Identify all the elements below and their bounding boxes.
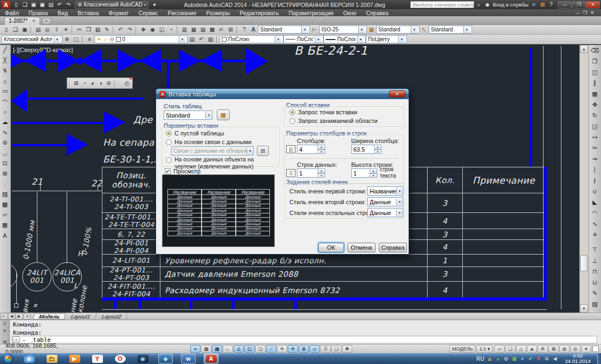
- undo-icon[interactable]: ↶: [116, 25, 125, 34]
- separator[interactable]: [72, 26, 74, 34]
- mtext-icon[interactable]: A: [0, 230, 10, 240]
- mleader-style-select[interactable]: Standard▼: [429, 25, 472, 34]
- rowheight-spinner[interactable]: 1▲▼: [351, 168, 377, 178]
- scrollbar-thumb[interactable]: [580, 255, 588, 271]
- spline-icon[interactable]: ∿: [0, 127, 10, 138]
- spin-down-icon[interactable]: ▼: [318, 150, 325, 154]
- text-style-select[interactable]: Standard▼: [258, 25, 310, 34]
- rail-close-icon[interactable]: ✕: [3, 328, 7, 334]
- zoom-previous-icon[interactable]: ◔: [166, 25, 176, 34]
- qat-undo-icon[interactable]: ↶: [55, 1, 64, 9]
- workspace-save-icon[interactable]: ▢: [72, 35, 81, 44]
- taskbar-ie-icon[interactable]: e: [22, 354, 36, 363]
- language-indicator[interactable]: RU: [476, 356, 484, 362]
- qat-open-icon[interactable]: ❏: [21, 1, 29, 9]
- circle-disabled-icon[interactable]: ⊘: [105, 79, 113, 88]
- array-icon[interactable]: ▦: [589, 88, 600, 99]
- dynamic-ucs-toggle[interactable]: ✛: [277, 345, 287, 353]
- layer-previous-icon[interactable]: ↶: [197, 35, 206, 44]
- infer-constraints-toggle[interactable]: ⌖: [190, 345, 201, 353]
- taskbar-word-icon[interactable]: w: [181, 354, 196, 363]
- selection-cycling-toggle[interactable]: ❏: [331, 345, 341, 353]
- radio-icon[interactable]: [166, 131, 172, 136]
- annotation-monitor-toggle[interactable]: ✚: [342, 345, 352, 353]
- workspace-switcher[interactable]: ✲ Классический AutoCAD ▾: [75, 1, 148, 9]
- tray-globe-icon[interactable]: ●: [519, 355, 526, 362]
- spin-up-icon[interactable]: ▲: [318, 168, 325, 173]
- doc-minimize-icon[interactable]: —: [576, 10, 580, 15]
- ellipse-icon[interactable]: ⊜: [0, 138, 10, 148]
- plot-style-select[interactable]: ПоЦвету▼: [366, 35, 407, 43]
- new-tab-button[interactable]: +: [42, 18, 51, 24]
- layer-states-icon[interactable]: ▧: [206, 35, 215, 44]
- tray-network-icon[interactable]: ⧉: [543, 355, 550, 362]
- sheet-set-manager-icon[interactable]: ▩: [208, 25, 217, 34]
- zoom-realtime-icon[interactable]: ◉: [148, 25, 157, 34]
- вид[interactable]: Вид: [53, 9, 73, 16]
- properties-icon[interactable]: ▥: [180, 25, 189, 34]
- point-icon[interactable]: ∙: [0, 179, 10, 189]
- markup-icon[interactable]: ✍: [217, 25, 226, 34]
- rail-grip-icon[interactable]: ⠿: [3, 321, 7, 327]
- columns-spinner[interactable]: 4▲▼: [297, 145, 325, 154]
- status-menu-arrow-icon[interactable]: ▾: [581, 345, 591, 353]
- paste-icon[interactable]: ▧: [93, 25, 102, 34]
- colwidth-spinner[interactable]: 63.5▲▼: [351, 145, 382, 154]
- qat-save-icon[interactable]: ▣: [29, 1, 38, 9]
- pan-icon[interactable]: ✥: [139, 25, 148, 34]
- join-icon[interactable]: ∪: [589, 186, 600, 197]
- annotation-scale-button[interactable]: 1:1 ▾: [476, 345, 493, 353]
- preview-checkbox[interactable]: ✔Просмотр: [165, 168, 201, 174]
- quick-view-layouts-icon[interactable]: ▱: [494, 345, 505, 353]
- option-insert-area[interactable]: Запрос занимаемой области: [289, 118, 378, 124]
- формат[interactable]: Формат: [104, 9, 133, 16]
- gradient-icon[interactable]: ▩: [0, 199, 10, 210]
- spin-up-icon[interactable]: ▲: [370, 168, 377, 173]
- dynamic-input-toggle[interactable]: ✛: [288, 345, 298, 353]
- quickcalc-icon[interactable]: ⊞: [226, 25, 235, 34]
- copy-icon[interactable]: ❐: [84, 25, 93, 34]
- taskbar-media-icon[interactable]: ▶: [67, 354, 82, 363]
- справка[interactable]: Справка: [361, 9, 393, 16]
- taskbar-clock[interactable]: 0:0224.01.2014: [560, 353, 595, 364]
- first-row-style-select[interactable]: Название▼: [367, 186, 403, 196]
- annotation-autoscale-icon[interactable]: ▲: [527, 345, 537, 353]
- show-desktop-button[interactable]: [597, 353, 601, 364]
- file-tab[interactable]: 1-2007*✕: [4, 17, 40, 25]
- match-properties-icon[interactable]: ✎: [102, 25, 112, 34]
- radio-icon[interactable]: [289, 109, 295, 115]
- separator[interactable]: [114, 80, 122, 87]
- файл[interactable]: Файл: [0, 9, 24, 16]
- doc-close-icon[interactable]: ✕: [590, 10, 594, 15]
- region-icon[interactable]: ▱: [0, 210, 10, 220]
- isolate-objects-icon[interactable]: ◎: [570, 345, 580, 353]
- layout2[interactable]: Layout2: [96, 313, 127, 320]
- grid-display-toggle[interactable]: ▩: [212, 345, 222, 353]
- option-data-link[interactable]: На основе связи с данными: [166, 139, 251, 145]
- separator[interactable]: [236, 26, 238, 34]
- blend-icon[interactable]: ∿: [589, 218, 600, 229]
- close-button[interactable]: ✕: [586, 1, 600, 9]
- break-icon[interactable]: ∤: [589, 175, 600, 186]
- qat-new-icon[interactable]: ▯: [12, 1, 21, 9]
- taskbar-app-icon[interactable]: ◈: [158, 354, 173, 363]
- layer-properties-icon[interactable]: ≡: [85, 35, 94, 44]
- help-button[interactable]: Справка: [379, 243, 407, 252]
- send-to-back-icon[interactable]: ⊥: [589, 255, 600, 266]
- send-under-icon[interactable]: ⊔: [589, 277, 600, 288]
- start-button[interactable]: [3, 354, 14, 364]
- tray-colors-icon[interactable]: ▦: [510, 355, 518, 362]
- окно[interactable]: Окно: [338, 9, 361, 16]
- сервис[interactable]: Сервис: [134, 9, 163, 16]
- save-icon[interactable]: ▣: [20, 25, 29, 34]
- spin-down-icon[interactable]: ▼: [370, 173, 377, 178]
- other-rows-style-select[interactable]: Данные▼: [367, 208, 403, 217]
- break-at-point-icon[interactable]: ∣: [589, 164, 600, 175]
- taskbar-camera-icon[interactable]: ◉: [135, 354, 150, 363]
- dim-style-select[interactable]: ISO-25▼: [319, 25, 367, 34]
- правка[interactable]: Правка: [24, 9, 53, 16]
- etransmit-icon[interactable]: ✈: [61, 25, 70, 34]
- workspace-settings-icon[interactable]: ✲: [62, 35, 72, 44]
- circle-remove-icon[interactable]: ◑: [96, 79, 105, 88]
- workspace-select[interactable]: Классический AutoCAD▼: [2, 35, 62, 43]
